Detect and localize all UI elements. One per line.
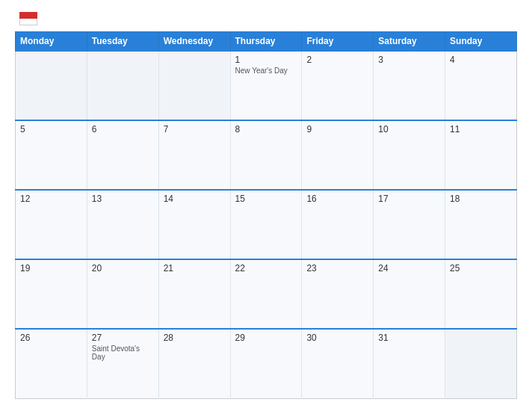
calendar-cell: 16: [302, 190, 374, 259]
day-number: 18: [450, 194, 512, 204]
calendar-cell: 21: [158, 259, 230, 329]
day-number: 23: [306, 263, 368, 274]
calendar-cell: 4: [445, 51, 517, 120]
day-number: 8: [235, 124, 297, 135]
calendar-cell: 18: [445, 190, 517, 259]
week-row-4: 19202122232425: [16, 259, 517, 329]
week-row-3: 12131415161718: [16, 190, 517, 259]
weekday-sunday: Sunday: [445, 32, 517, 52]
day-number: 27: [92, 333, 154, 343]
weekday-monday: Monday: [16, 32, 87, 52]
day-number: 10: [378, 124, 440, 135]
calendar-cell: 24: [374, 259, 445, 329]
day-event: New Year's Day: [235, 67, 297, 75]
day-number: 24: [378, 263, 440, 274]
day-number: 6: [92, 124, 154, 135]
calendar-cell: 28: [158, 329, 230, 398]
day-number: 26: [20, 333, 82, 343]
day-number: 4: [450, 55, 512, 65]
calendar-cell: 14: [158, 190, 230, 259]
calendar-cell: 22: [230, 259, 302, 329]
day-number: 7: [164, 124, 226, 135]
week-row-2: 567891011: [16, 120, 517, 190]
calendar-cell: 25: [445, 259, 517, 329]
day-number: 3: [378, 55, 440, 65]
calendar-cell: [16, 51, 87, 120]
calendar-cell: 15: [230, 190, 302, 259]
calendar-page: MondayTuesdayWednesdayThursdayFridaySatu…: [0, 0, 532, 411]
day-number: 22: [235, 263, 297, 274]
calendar-cell: 1New Year's Day: [230, 51, 302, 120]
day-number: 14: [164, 194, 226, 204]
day-number: 13: [92, 194, 154, 204]
calendar-cell: 10: [374, 120, 445, 190]
day-number: 21: [164, 263, 226, 274]
calendar-cell: 31: [374, 329, 445, 398]
weekday-saturday: Saturday: [374, 32, 445, 52]
day-number: 29: [235, 333, 297, 343]
calendar-cell: [445, 329, 517, 398]
calendar-cell: [158, 51, 230, 120]
day-number: 1: [235, 55, 297, 65]
day-number: 16: [306, 194, 368, 204]
weekday-header-row: MondayTuesdayWednesdayThursdayFridaySatu…: [16, 32, 517, 52]
calendar-cell: 8: [230, 120, 302, 190]
calendar-cell: 19: [16, 259, 87, 329]
calendar-cell: 20: [87, 259, 158, 329]
week-row-1: 1New Year's Day234: [16, 51, 517, 120]
day-number: 5: [20, 124, 82, 135]
week-row-5: 2627Saint Devota's Day28293031: [16, 329, 517, 398]
weekday-tuesday: Tuesday: [87, 32, 158, 52]
logo-flag-icon: [19, 12, 37, 25]
day-number: 31: [378, 333, 440, 343]
header: [15, 12, 517, 25]
day-number: 9: [306, 124, 368, 135]
calendar-cell: 12: [16, 190, 87, 259]
day-number: 15: [235, 194, 297, 204]
calendar-table: MondayTuesdayWednesdayThursdayFridaySatu…: [15, 31, 517, 399]
day-number: 11: [450, 124, 512, 135]
calendar-cell: 27Saint Devota's Day: [87, 329, 158, 398]
calendar-cell: 13: [87, 190, 158, 259]
calendar-cell: 9: [302, 120, 374, 190]
day-number: 25: [450, 263, 512, 274]
calendar-cell: 6: [87, 120, 158, 190]
day-number: 30: [306, 333, 368, 343]
calendar-cell: 11: [445, 120, 517, 190]
calendar-cell: 17: [374, 190, 445, 259]
calendar-cell: 7: [158, 120, 230, 190]
calendar-cell: 26: [16, 329, 87, 398]
day-number: 12: [20, 194, 82, 204]
weekday-thursday: Thursday: [230, 32, 302, 52]
day-number: 19: [20, 263, 82, 274]
calendar-cell: 23: [302, 259, 374, 329]
day-number: 2: [306, 55, 368, 65]
day-event: Saint Devota's Day: [92, 344, 154, 361]
day-number: 20: [92, 263, 154, 274]
calendar-cell: 29: [230, 329, 302, 398]
calendar-cell: 30: [302, 329, 374, 398]
day-number: 17: [378, 194, 440, 204]
calendar-cell: 5: [16, 120, 87, 190]
weekday-friday: Friday: [302, 32, 374, 52]
logo: [15, 12, 37, 25]
day-number: 28: [164, 333, 226, 343]
calendar-cell: 3: [374, 51, 445, 120]
calendar-cell: 2: [302, 51, 374, 120]
weekday-wednesday: Wednesday: [158, 32, 230, 52]
calendar-cell: [87, 51, 158, 120]
